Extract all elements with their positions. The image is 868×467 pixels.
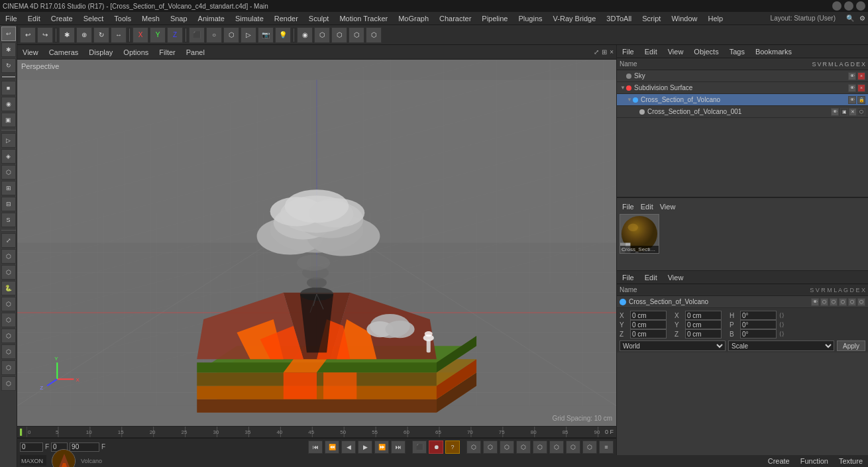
- btn-start[interactable]: ⏮: [308, 441, 323, 454]
- coord-h-rot[interactable]: [740, 311, 777, 320]
- tool-11[interactable]: ⬡: [1, 297, 16, 311]
- apply-button[interactable]: Apply: [837, 340, 865, 351]
- btn-render-4[interactable]: ⬡: [516, 441, 531, 454]
- menu-plugins[interactable]: Plugins: [515, 13, 545, 24]
- obj-menu-view[interactable]: View: [665, 46, 686, 57]
- attr-icon-1[interactable]: 👁: [811, 298, 819, 306]
- tb-sphere[interactable]: ○: [206, 27, 222, 43]
- menu-help[interactable]: Help: [706, 13, 726, 24]
- btn-play[interactable]: ▶: [358, 441, 372, 454]
- tb-y[interactable]: Y: [150, 27, 166, 43]
- tool-scale[interactable]: ✱: [1, 42, 16, 57]
- obj-eye-volcano001[interactable]: 👁: [831, 108, 839, 116]
- menu-simulate[interactable]: Simulate: [233, 13, 266, 24]
- btn-render-9[interactable]: ≡: [599, 441, 614, 454]
- coord-y-arrow[interactable]: ⟨⟩: [779, 321, 788, 328]
- vp-filter[interactable]: Filter: [156, 47, 178, 58]
- menu-3dtoall[interactable]: 3DToAll: [604, 13, 634, 24]
- attr-menu-file[interactable]: File: [620, 272, 637, 283]
- tool-16[interactable]: ⬡: [1, 376, 16, 391]
- menu-vray[interactable]: V-Ray Bridge: [551, 13, 599, 24]
- menu-select[interactable]: Select: [81, 13, 107, 24]
- tool-model[interactable]: ■: [1, 81, 16, 95]
- tb-plane[interactable]: ▷: [241, 27, 256, 43]
- tool-9[interactable]: ⬡: [1, 265, 16, 280]
- tb-spline[interactable]: ↔: [111, 27, 127, 43]
- attr-icon-5[interactable]: ⬡: [848, 298, 856, 306]
- coord-x-arrow[interactable]: ⟨⟩: [779, 312, 788, 319]
- tool-13[interactable]: ⬡: [1, 329, 16, 343]
- btn-motion[interactable]: ?: [445, 441, 460, 454]
- coord-z-scale[interactable]: [685, 329, 722, 338]
- btn-render-2[interactable]: ⬡: [483, 441, 498, 454]
- tag-2[interactable]: ✕: [849, 108, 857, 116]
- tool-7[interactable]: ⤢: [1, 233, 16, 248]
- tool-move[interactable]: ↩: [1, 26, 16, 41]
- material-thumb-volcano[interactable]: Cross_Section_of_Volcano: [620, 214, 659, 254]
- mat-menu-view[interactable]: View: [657, 201, 678, 212]
- status-texture[interactable]: Texture: [836, 456, 865, 466]
- obj-menu-tags[interactable]: Tags: [727, 46, 747, 57]
- btn-record[interactable]: ⬛: [412, 441, 427, 454]
- obj-row-sky[interactable]: Sky 👁 ×: [617, 70, 868, 82]
- tool-14[interactable]: ⬡: [1, 344, 16, 359]
- tb-render2[interactable]: ⬡: [314, 27, 330, 43]
- btn-render-8[interactable]: ⬡: [582, 441, 597, 454]
- attr-icon-6[interactable]: ⬡: [857, 298, 865, 306]
- tool-8[interactable]: ⬡: [1, 249, 16, 264]
- search-icon[interactable]: 🔍: [846, 15, 854, 22]
- tb-undo[interactable]: ↩: [20, 27, 36, 43]
- menu-motion-tracker[interactable]: Motion Tracker: [337, 13, 390, 24]
- attr-icon-3[interactable]: ⬡: [830, 298, 838, 306]
- tb-cylinder[interactable]: ⬡: [223, 27, 239, 43]
- maximize-button[interactable]: [844, 1, 853, 11]
- minimize-button[interactable]: [832, 1, 841, 11]
- menu-snap[interactable]: Snap: [168, 13, 190, 24]
- tool-points[interactable]: [1, 76, 16, 78]
- attr-icon-4[interactable]: ⬡: [839, 298, 847, 306]
- btn-render-5[interactable]: ⬡: [533, 441, 547, 454]
- mat-menu-edit[interactable]: Edit: [638, 201, 656, 212]
- tool-12[interactable]: ⬡: [1, 313, 16, 327]
- vp-icon-maximize[interactable]: ⊞: [602, 48, 607, 56]
- attr-menu-view[interactable]: View: [665, 272, 686, 283]
- tool-2[interactable]: ◈: [1, 149, 16, 164]
- obj-eye-sky[interactable]: 👁: [848, 72, 856, 80]
- btn-render-6[interactable]: ⬡: [549, 441, 564, 454]
- obj-row-volcano001[interactable]: Cross_Section_of_Volcano_001 👁 ▣ ✕ ⬡: [617, 106, 868, 118]
- end-frame-input[interactable]: [70, 442, 99, 452]
- vp-view[interactable]: View: [20, 47, 41, 58]
- tb-light2[interactable]: 💡: [275, 27, 291, 43]
- obj-menu-objects[interactable]: Objects: [691, 46, 721, 57]
- tb-light[interactable]: ↻: [93, 27, 109, 43]
- menu-script[interactable]: Script: [639, 13, 663, 24]
- tb-z[interactable]: Z: [167, 27, 183, 43]
- coord-world-select[interactable]: World Object: [620, 340, 726, 351]
- vp-options[interactable]: Options: [121, 47, 151, 58]
- btn-next[interactable]: ⏭: [391, 441, 406, 454]
- coord-p-rot[interactable]: [740, 320, 777, 329]
- menu-character[interactable]: Character: [437, 13, 474, 24]
- attr-menu-edit[interactable]: Edit: [642, 272, 660, 283]
- status-function[interactable]: Function: [798, 456, 831, 466]
- coord-y-pos[interactable]: [630, 320, 667, 329]
- tag-1[interactable]: ▣: [840, 108, 848, 116]
- obj-eye-subdiv[interactable]: 👁: [848, 84, 856, 92]
- viewport[interactable]: X Y Z Perspective Grid Spacing: 10 cm: [17, 60, 616, 426]
- btn-render-1[interactable]: ⬡: [466, 441, 481, 454]
- menu-mesh[interactable]: Mesh: [139, 13, 162, 24]
- obj-x-sky[interactable]: ×: [857, 72, 865, 80]
- tb-camera[interactable]: ⊕: [76, 27, 92, 43]
- vp-icon-move[interactable]: ⤢: [594, 48, 599, 56]
- obj-row-subdiv[interactable]: ▼ Subdivision Surface 👁 ×: [617, 82, 868, 94]
- obj-menu-bookmarks[interactable]: Bookmarks: [753, 46, 794, 57]
- vp-panel[interactable]: Panel: [184, 47, 207, 58]
- menu-sculpt[interactable]: Sculpt: [306, 13, 332, 24]
- settings-icon[interactable]: ⚙: [859, 15, 865, 22]
- menu-render[interactable]: Render: [272, 13, 301, 24]
- obj-row-volcano[interactable]: ▼ Cross_Section_of_Volcano 👁 🔒: [617, 94, 868, 106]
- tb-x[interactable]: X: [133, 27, 148, 43]
- tool-6[interactable]: S: [1, 213, 16, 227]
- current-frame-input[interactable]: [20, 442, 43, 452]
- menu-animate[interactable]: Animate: [195, 13, 227, 24]
